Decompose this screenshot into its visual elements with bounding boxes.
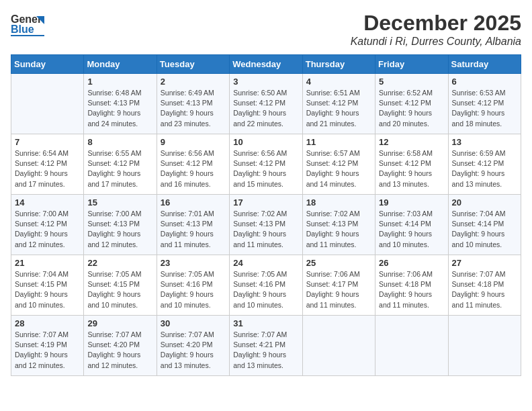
header-sunday: Sunday (11, 55, 84, 74)
sunrise-time: Sunrise: 7:07 AM (15, 330, 69, 338)
sunset-time: Sunset: 4:12 PM (452, 159, 504, 167)
sunrise-time: Sunrise: 6:50 AM (233, 89, 287, 97)
table-row: 31 Sunrise: 7:07 AM Sunset: 4:21 PM Dayl… (230, 316, 302, 376)
sunrise-time: Sunrise: 6:55 AM (87, 149, 141, 157)
day-info: Sunrise: 7:07 AM Sunset: 4:21 PM Dayligh… (233, 330, 298, 371)
sunrise-time: Sunrise: 7:07 AM (233, 330, 287, 338)
day-info: Sunrise: 6:59 AM Sunset: 4:12 PM Dayligh… (452, 148, 517, 189)
sunrise-time: Sunrise: 7:07 AM (452, 270, 506, 278)
sunrise-time: Sunrise: 7:04 AM (452, 210, 506, 218)
sunset-time: Sunset: 4:15 PM (15, 280, 67, 288)
calendar-header-row: Sunday Monday Tuesday Wednesday Thursday… (11, 55, 521, 74)
sunrise-time: Sunrise: 6:48 AM (87, 89, 141, 97)
day-info: Sunrise: 6:57 AM Sunset: 4:12 PM Dayligh… (306, 148, 371, 189)
daylight-hours: Daylight: 9 hours and 10 minutes. (452, 230, 505, 248)
day-number: 6 (452, 77, 517, 87)
daylight-hours: Daylight: 9 hours and 10 minutes. (87, 290, 140, 308)
sunrise-time: Sunrise: 7:04 AM (15, 270, 69, 278)
sunset-time: Sunset: 4:13 PM (161, 220, 213, 228)
calendar-week-row: 14 Sunrise: 7:00 AM Sunset: 4:12 PM Dayl… (11, 195, 521, 255)
sunset-time: Sunset: 4:12 PM (15, 220, 67, 228)
daylight-hours: Daylight: 9 hours and 11 minutes. (379, 290, 432, 308)
sunset-time: Sunset: 4:18 PM (452, 280, 504, 288)
table-row (11, 74, 84, 134)
day-info: Sunrise: 7:04 AM Sunset: 4:14 PM Dayligh… (452, 209, 517, 250)
daylight-hours: Daylight: 9 hours and 12 minutes. (15, 230, 68, 248)
daylight-hours: Daylight: 9 hours and 10 minutes. (161, 290, 214, 308)
sunset-time: Sunset: 4:14 PM (379, 220, 431, 228)
day-info: Sunrise: 7:07 AM Sunset: 4:19 PM Dayligh… (15, 330, 80, 371)
sunrise-time: Sunrise: 6:51 AM (306, 89, 360, 97)
day-info: Sunrise: 7:06 AM Sunset: 4:17 PM Dayligh… (306, 269, 371, 310)
daylight-hours: Daylight: 9 hours and 15 minutes. (233, 169, 286, 187)
sunrise-time: Sunrise: 6:54 AM (15, 149, 69, 157)
header-saturday: Saturday (448, 55, 521, 74)
sunset-time: Sunset: 4:13 PM (161, 99, 213, 107)
table-row: 8 Sunrise: 6:55 AM Sunset: 4:12 PM Dayli… (84, 134, 157, 195)
sunset-time: Sunset: 4:12 PM (379, 99, 431, 107)
sunset-time: Sunset: 4:15 PM (87, 280, 140, 288)
day-number: 11 (306, 137, 371, 147)
table-row: 24 Sunrise: 7:05 AM Sunset: 4:16 PM Dayl… (230, 255, 302, 316)
daylight-hours: Daylight: 9 hours and 11 minutes. (452, 290, 505, 308)
header-tuesday: Tuesday (157, 55, 229, 74)
daylight-hours: Daylight: 9 hours and 13 minutes. (452, 169, 505, 187)
table-row: 3 Sunrise: 6:50 AM Sunset: 4:12 PM Dayli… (230, 74, 302, 134)
daylight-hours: Daylight: 9 hours and 10 minutes. (15, 290, 68, 308)
sunset-time: Sunset: 4:20 PM (161, 340, 213, 349)
day-info: Sunrise: 6:49 AM Sunset: 4:13 PM Dayligh… (161, 88, 226, 129)
day-number: 4 (306, 77, 371, 87)
calendar-week-row: 21 Sunrise: 7:04 AM Sunset: 4:15 PM Dayl… (11, 255, 521, 316)
sunrise-time: Sunrise: 7:01 AM (161, 210, 214, 218)
day-number: 23 (161, 258, 226, 268)
table-row: 14 Sunrise: 7:00 AM Sunset: 4:12 PM Dayl… (11, 195, 84, 255)
calendar-week-row: 1 Sunrise: 6:48 AM Sunset: 4:13 PM Dayli… (11, 74, 521, 134)
day-info: Sunrise: 6:50 AM Sunset: 4:12 PM Dayligh… (233, 88, 298, 129)
title-section: December 2025 Katundi i Ri, Durres Count… (351, 11, 521, 48)
day-number: 16 (161, 197, 226, 208)
day-number: 22 (87, 258, 152, 268)
day-info: Sunrise: 6:48 AM Sunset: 4:13 PM Dayligh… (87, 88, 152, 129)
day-info: Sunrise: 6:56 AM Sunset: 4:12 PM Dayligh… (161, 148, 226, 189)
sunset-time: Sunset: 4:12 PM (161, 159, 213, 167)
table-row: 15 Sunrise: 7:00 AM Sunset: 4:13 PM Dayl… (84, 195, 157, 255)
table-row: 21 Sunrise: 7:04 AM Sunset: 4:15 PM Dayl… (11, 255, 84, 316)
daylight-hours: Daylight: 9 hours and 12 minutes. (87, 230, 140, 248)
day-number: 18 (306, 197, 371, 208)
day-number: 28 (15, 318, 80, 328)
sunrise-time: Sunrise: 6:57 AM (306, 149, 360, 157)
daylight-hours: Daylight: 9 hours and 13 minutes. (161, 351, 214, 369)
daylight-hours: Daylight: 9 hours and 13 minutes. (379, 169, 432, 187)
sunset-time: Sunset: 4:12 PM (15, 159, 67, 167)
day-number: 2 (161, 77, 226, 87)
sunrise-time: Sunrise: 7:03 AM (379, 210, 433, 218)
day-number: 19 (379, 197, 444, 208)
table-row: 16 Sunrise: 7:01 AM Sunset: 4:13 PM Dayl… (157, 195, 229, 255)
daylight-hours: Daylight: 9 hours and 23 minutes. (161, 109, 214, 127)
day-info: Sunrise: 6:56 AM Sunset: 4:12 PM Dayligh… (233, 148, 298, 189)
logo-icon: General Blue (11, 11, 44, 36)
sunset-time: Sunset: 4:13 PM (87, 99, 140, 107)
sunrise-time: Sunrise: 7:05 AM (233, 270, 287, 278)
daylight-hours: Daylight: 9 hours and 11 minutes. (233, 230, 286, 248)
sunset-time: Sunset: 4:12 PM (233, 99, 285, 107)
svg-text:Blue: Blue (11, 24, 34, 35)
daylight-hours: Daylight: 9 hours and 14 minutes. (306, 169, 359, 187)
logo: General Blue (11, 11, 44, 36)
day-number: 9 (161, 137, 226, 147)
sunrise-time: Sunrise: 7:06 AM (306, 270, 360, 278)
sunset-time: Sunset: 4:18 PM (379, 280, 431, 288)
daylight-hours: Daylight: 9 hours and 11 minutes. (306, 290, 359, 308)
daylight-hours: Daylight: 9 hours and 10 minutes. (379, 230, 432, 248)
sunset-time: Sunset: 4:12 PM (306, 159, 359, 167)
sunrise-time: Sunrise: 6:53 AM (452, 89, 506, 97)
day-info: Sunrise: 7:00 AM Sunset: 4:12 PM Dayligh… (15, 209, 80, 250)
daylight-hours: Daylight: 9 hours and 13 minutes. (233, 351, 286, 369)
sunrise-time: Sunrise: 7:05 AM (161, 270, 214, 278)
table-row: 30 Sunrise: 7:07 AM Sunset: 4:20 PM Dayl… (157, 316, 229, 376)
sunrise-time: Sunrise: 7:06 AM (379, 270, 433, 278)
day-info: Sunrise: 7:07 AM Sunset: 4:20 PM Dayligh… (87, 330, 152, 371)
sunset-time: Sunset: 4:19 PM (15, 340, 67, 349)
table-row: 26 Sunrise: 7:06 AM Sunset: 4:18 PM Dayl… (375, 255, 448, 316)
day-number: 17 (233, 197, 298, 208)
